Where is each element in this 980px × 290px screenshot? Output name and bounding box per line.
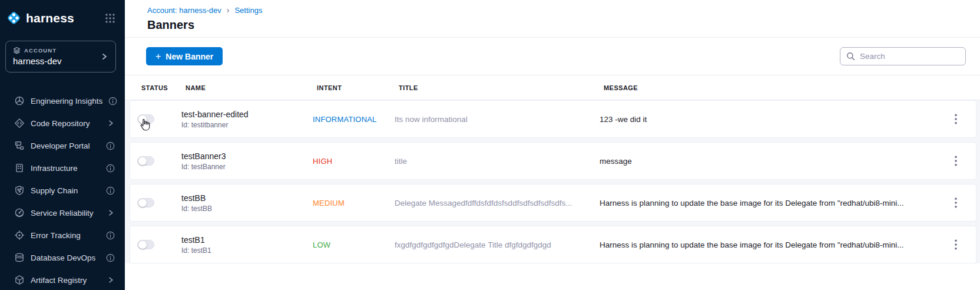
banner-message: Harness is planning to update the base i… — [600, 240, 942, 249]
banner-row[interactable]: testBanner3 Id: testBanner HIGH title me… — [130, 142, 976, 180]
banner-title: Its now informational — [395, 115, 600, 124]
breadcrumb-account-link[interactable]: Account: harness-dev — [147, 6, 221, 15]
info-icon[interactable] — [106, 186, 115, 195]
page-header: Account: harness-dev › Settings Banners — [125, 0, 980, 38]
chevron-right-icon — [100, 52, 108, 61]
banner-id: Id: testB1 — [181, 246, 313, 255]
table-header: STATUS NAME INTENT TITLE MESSAGE — [125, 75, 980, 100]
row-menu-button[interactable] — [949, 153, 962, 169]
banner-message: 123 -we did it — [600, 115, 942, 124]
module-grid-icon[interactable] — [105, 13, 115, 24]
column-header-title: TITLE — [399, 84, 604, 91]
nav-label: Infrastructure — [31, 164, 78, 173]
column-header-message: MESSAGE — [604, 84, 939, 91]
nav-label: Database DevOps — [31, 253, 95, 262]
intent-label: LOW — [313, 240, 395, 249]
status-toggle[interactable] — [137, 156, 154, 166]
engineering-insights-icon — [14, 95, 25, 106]
layers-icon — [13, 47, 21, 54]
banner-row[interactable]: testB1 Id: testB1 LOW fxgdfgdfgdfgdfgdDe… — [130, 226, 976, 263]
sidebar-item-developer-portal[interactable]: Developer Portal — [0, 134, 125, 157]
search-input[interactable] — [860, 52, 959, 61]
breadcrumb-settings-link[interactable]: Settings — [234, 6, 262, 15]
status-toggle[interactable] — [137, 114, 154, 124]
plus-icon: + — [155, 52, 161, 61]
sidebar-item-engineering-insights[interactable]: Engineering Insights — [0, 90, 125, 112]
row-menu-button[interactable] — [949, 237, 962, 252]
banner-name: testB1 — [181, 235, 313, 245]
nav-label: Engineering Insights — [31, 97, 102, 106]
account-selector[interactable]: ACCOUNT harness-dev — [5, 41, 116, 72]
main-content: Account: harness-dev › Settings Banners … — [125, 0, 980, 290]
new-banner-label: New Banner — [165, 52, 213, 61]
banner-name: test-banner-edited — [181, 110, 313, 119]
sidebar-header: harness — [0, 0, 125, 26]
kebab-icon — [955, 239, 957, 250]
banner-row[interactable]: test-banner-edited Id: testitbanner INFO… — [130, 100, 976, 138]
intent-label: INFORMATIONAL — [313, 115, 395, 124]
info-icon[interactable] — [108, 97, 117, 106]
search-icon — [846, 52, 855, 61]
banner-name: testBB — [181, 193, 313, 203]
sidebar-nav: Engineering Insights Code Repository — [0, 87, 125, 290]
column-header-intent: INTENT — [317, 84, 399, 91]
toolbar: + New Banner — [125, 38, 980, 75]
nav-label: Error Tracking — [31, 231, 81, 240]
supply-chain-icon — [14, 185, 25, 196]
chevron-right-icon — [107, 119, 115, 127]
nav-label: Service Reliability — [31, 209, 94, 218]
new-banner-button[interactable]: + New Banner — [146, 47, 223, 65]
database-devops-icon — [14, 252, 25, 263]
row-menu-button[interactable] — [949, 111, 962, 127]
banner-message: message — [600, 157, 942, 166]
nav-label: Code Repository — [31, 119, 90, 128]
sidebar-item-artifact-registry[interactable]: Artifact Registry — [0, 269, 125, 290]
table-body: test-banner-edited Id: testitbanner INFO… — [125, 100, 980, 263]
code-repository-icon — [14, 118, 25, 128]
sidebar: harness ACCOUNT — [0, 0, 125, 290]
intent-label: MEDIUM — [313, 199, 395, 207]
nav-label: Artifact Registry — [31, 276, 87, 285]
banner-message: Harness is planning to update the base i… — [600, 199, 942, 207]
column-header-status: STATUS — [141, 84, 186, 91]
logo-wordmark: harness — [26, 11, 74, 25]
breadcrumb: Account: harness-dev › Settings — [147, 5, 966, 15]
sidebar-item-supply-chain[interactable]: Supply Chain — [0, 179, 125, 202]
banner-name: testBanner3 — [181, 151, 313, 161]
chevron-right-icon — [107, 276, 115, 284]
kebab-icon — [955, 114, 957, 124]
sidebar-item-service-reliability[interactable]: Service Reliability — [0, 202, 125, 224]
account-label: ACCOUNT — [24, 47, 57, 54]
kebab-icon — [955, 197, 957, 208]
harness-logo-icon[interactable] — [6, 10, 22, 26]
developer-portal-icon — [14, 140, 25, 151]
status-toggle[interactable] — [137, 198, 154, 207]
banner-id: Id: testBanner — [181, 163, 313, 171]
info-icon[interactable] — [106, 141, 115, 150]
account-name: harness-dev — [13, 56, 62, 66]
artifact-registry-icon — [14, 275, 25, 285]
sidebar-item-error-tracking[interactable]: Error Tracking — [0, 224, 125, 246]
info-icon[interactable] — [106, 164, 115, 173]
sidebar-item-database-devops[interactable]: Database DevOps — [0, 246, 125, 269]
banner-title: Delegate Messagedfdffdsfdfdsfsddfsdfsdfs… — [395, 199, 600, 207]
nav-label: Developer Portal — [31, 141, 90, 150]
sidebar-item-infrastructure[interactable]: Infrastructure — [0, 157, 125, 179]
banner-id: Id: testitbanner — [181, 121, 313, 129]
page-title: Banners — [147, 18, 966, 32]
info-icon[interactable] — [106, 231, 115, 240]
banner-row[interactable]: testBB Id: testBB MEDIUM Delegate Messag… — [130, 184, 976, 222]
infrastructure-icon — [14, 163, 25, 173]
error-tracking-icon — [14, 230, 25, 240]
status-toggle[interactable] — [137, 240, 154, 249]
search-box — [840, 47, 966, 65]
chevron-right-icon — [107, 209, 115, 217]
info-icon[interactable] — [106, 253, 115, 262]
kebab-icon — [955, 156, 957, 166]
row-menu-button[interactable] — [949, 195, 962, 210]
banner-title: fxgdfgdfgdfgdfgdDelegate Title dfgfdgdfg… — [395, 240, 600, 249]
banner-title: title — [395, 157, 600, 166]
nav-label: Supply Chain — [31, 186, 78, 195]
table-footer-space — [125, 263, 980, 290]
sidebar-item-code-repository[interactable]: Code Repository — [0, 112, 125, 134]
